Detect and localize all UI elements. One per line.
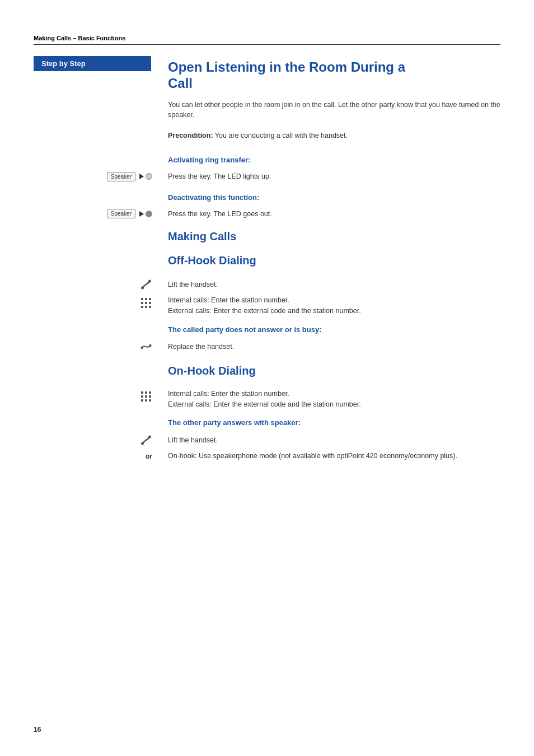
activating-subtitle: Activating ring transfer: xyxy=(168,156,500,164)
called-party-subtitle: The called party does not answer or is b… xyxy=(168,325,500,334)
svg-point-22 xyxy=(141,442,144,445)
svg-point-11 xyxy=(140,347,143,349)
deactivating-instruction: Press the key. The LED goes out. xyxy=(168,209,272,220)
intro-row: You can let other people in the room joi… xyxy=(34,100,500,127)
on-hook-step1-row: Internal calls: Enter the station number… xyxy=(34,389,500,410)
activating-instruction-row: Speaker Press the key. The LED lights up… xyxy=(34,171,500,182)
header-title: Making Calls – Basic Functions xyxy=(34,35,125,41)
step-by-step-row: Step by Step Open Listening in the Room … xyxy=(34,56,500,100)
page-header: Making Calls – Basic Functions xyxy=(34,34,500,45)
other-party-subtitle: The other party answers with speaker: xyxy=(168,418,500,427)
off-hook-step1: Lift the handset. xyxy=(168,279,218,290)
step-by-step-label: Step by Step xyxy=(34,56,151,71)
deactivating-instruction-row: Speaker Press the key. The LED goes out. xyxy=(34,209,500,220)
svg-rect-17 xyxy=(145,395,147,398)
svg-rect-4 xyxy=(149,298,151,300)
on-hook-step2: Lift the handset. xyxy=(168,435,218,446)
on-hook-step2-row: Lift the handset. xyxy=(34,434,500,446)
off-hook-step2-row: Internal calls: Enter the station number… xyxy=(34,295,500,316)
intro-text: You can let other people in the room joi… xyxy=(168,100,500,121)
svg-rect-6 xyxy=(145,302,147,304)
svg-rect-10 xyxy=(149,306,151,308)
keypad-icon-off-hook xyxy=(140,297,152,309)
making-calls-row: Making Calls xyxy=(34,230,500,250)
making-calls-title: Making Calls xyxy=(168,230,500,243)
on-hook-step1: Internal calls: Enter the station number… xyxy=(168,389,500,410)
deactivating-subtitle: Deactivating this function: xyxy=(168,193,500,202)
svg-rect-18 xyxy=(149,395,151,398)
off-hook-step3: Replace the handset. xyxy=(168,342,234,352)
on-hook-title: On-Hook Dialing xyxy=(168,365,500,377)
svg-rect-9 xyxy=(145,306,147,308)
replace-handset-icon xyxy=(140,341,152,353)
main-title: Open Listening in the Room During a Call xyxy=(168,59,500,92)
page-number: 16 xyxy=(34,726,41,734)
speaker-key-with-led-deactivate: Speaker xyxy=(107,209,152,218)
speaker-key-label-deactivate: Speaker xyxy=(107,209,135,218)
off-hook-called-party-row: The called party does not answer or is b… xyxy=(34,321,500,337)
precondition-text: Precondition: You are conducting a call … xyxy=(168,130,500,141)
arrow-icon-deactivate xyxy=(139,211,144,217)
svg-point-1 xyxy=(148,280,151,283)
or-label: or xyxy=(146,452,152,460)
on-hook-step3: On-hook: Use speakerphone mode (not avai… xyxy=(168,451,500,461)
precondition-row: Precondition: You are conducting a call … xyxy=(34,130,500,147)
svg-point-0 xyxy=(141,287,144,290)
deactivating-subtitle-row: Deactivating this function: xyxy=(34,189,500,204)
svg-rect-8 xyxy=(141,306,143,308)
on-hook-title-row: On-Hook Dialing xyxy=(34,365,500,384)
speaker-key-with-led-activate: Speaker xyxy=(107,172,152,181)
led-icon-activate xyxy=(146,173,152,180)
speaker-key-label-activate: Speaker xyxy=(107,172,135,181)
activating-subtitle-row: Activating ring transfer: xyxy=(34,151,500,167)
svg-rect-7 xyxy=(149,302,151,304)
svg-rect-13 xyxy=(141,391,143,394)
activating-instruction: Press the key. The LED lights up. xyxy=(168,171,271,182)
precondition-label: Precondition: xyxy=(168,132,213,139)
svg-rect-3 xyxy=(145,298,147,300)
arrow-icon-activate xyxy=(139,174,144,179)
svg-rect-16 xyxy=(141,395,143,398)
svg-rect-20 xyxy=(145,399,147,402)
svg-rect-2 xyxy=(141,298,143,300)
off-hook-title-row: Off-Hook Dialing xyxy=(34,254,500,274)
svg-point-23 xyxy=(148,436,151,438)
svg-rect-21 xyxy=(149,399,151,402)
keypad-icon-on-hook xyxy=(140,390,152,403)
off-hook-title: Off-Hook Dialing xyxy=(168,254,500,267)
svg-rect-19 xyxy=(141,399,143,402)
page: Making Calls – Basic Functions Step by S… xyxy=(0,0,534,756)
on-hook-or-row: or On-hook: Use speakerphone mode (not a… xyxy=(34,451,500,461)
svg-rect-14 xyxy=(145,391,147,394)
off-hook-step2: Internal calls: Enter the station number… xyxy=(168,295,500,316)
lift-handset-icon-2 xyxy=(140,434,152,446)
off-hook-step1-row: Lift the handset. xyxy=(34,278,500,291)
on-hook-other-party-row: The other party answers with speaker: xyxy=(34,414,500,430)
svg-rect-15 xyxy=(149,391,151,394)
svg-rect-5 xyxy=(141,302,143,304)
led-icon-deactivate xyxy=(146,211,152,217)
lift-handset-icon xyxy=(140,278,152,291)
off-hook-step3-row: Replace the handset. xyxy=(34,341,500,353)
